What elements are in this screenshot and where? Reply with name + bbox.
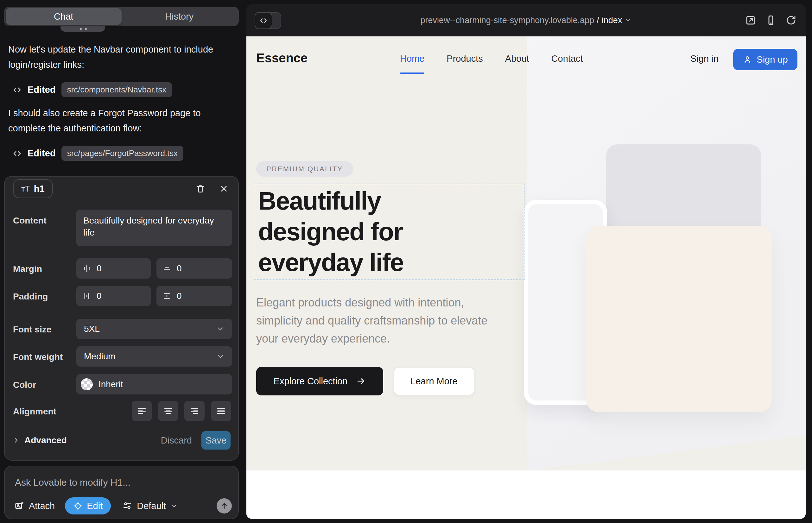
site-logo[interactable]: Essence [256,51,307,65]
align-center-button[interactable] [158,401,178,421]
code-icon [12,149,22,158]
lovable-sidebar: Chat History Now let's update the Navbar… [0,0,243,523]
url-bar[interactable]: preview--charming-site-symphony.lovable.… [246,4,806,36]
margin-label: Margin [13,264,42,274]
margin-horizontal-icon [82,264,91,273]
composer-input[interactable]: Ask Lovable to modify H1... [15,477,130,488]
padding-x-input[interactable]: 0 [76,286,151,306]
target-icon [73,501,83,511]
explore-collection-button[interactable]: Explore Collection [256,367,383,395]
align-justify-button[interactable] [211,401,231,421]
decor-card-cream [586,226,772,412]
font-size-select[interactable]: 5XL [76,319,232,339]
edited-label: Edited [28,148,56,159]
selected-element-tag: тT h1 [13,179,53,198]
model-default-select[interactable]: Default [122,501,178,511]
chevron-down-icon [216,325,225,333]
attach-button[interactable]: Attach [14,501,55,511]
typography-icon: тT [21,184,30,194]
chat-message: I should also create a Forgot Password p… [8,105,235,136]
open-external-icon[interactable] [745,15,756,26]
edited-file-row: Edited src/components/Navbar.tsx [12,82,172,97]
composer-toolbar: Attach Edit Default [14,497,232,515]
sliders-icon [122,501,133,511]
delete-element-button[interactable] [194,182,207,195]
padding-label: Padding [13,292,48,302]
refresh-icon[interactable] [785,15,797,26]
padding-vertical-icon [162,291,172,301]
url-separator: / [597,16,599,25]
browser-chrome: preview--charming-site-symphony.lovable.… [246,4,806,36]
align-left-button[interactable] [132,401,152,421]
chevron-down-icon [216,353,225,361]
edited-label: Edited [28,85,56,95]
padding-horizontal-icon [82,291,91,301]
color-select[interactable]: Inherit [76,374,232,395]
color-label: Color [13,380,36,390]
margin-y-input[interactable]: 0 [156,258,232,278]
chat-composer: Ask Lovable to modify H1... Attach Edit … [4,466,239,519]
close-editor-button[interactable] [217,182,230,195]
tab-chat[interactable]: Chat [6,8,122,25]
padding-y-input[interactable]: 0 [156,286,232,306]
preview-browser-window: preview--charming-site-symphony.lovable.… [246,4,806,519]
alignment-label: Alignment [13,407,56,417]
editor-footer: Advanced Discard Save [5,430,238,451]
nav-link-contact[interactable]: Contact [551,54,583,64]
margin-x-input[interactable]: 0 [76,258,151,278]
arrow-right-icon [356,376,366,386]
sign-in-link[interactable]: Sign in [690,54,719,64]
edited-file-chip[interactable]: src/components/Navbar.tsx [61,82,172,97]
discard-button[interactable]: Discard [161,435,192,446]
attach-image-icon [14,501,24,511]
mobile-preview-icon[interactable] [765,15,777,26]
chevron-down-icon [624,17,632,24]
code-view-toggle[interactable] [254,12,281,29]
content-input[interactable]: Beautifully designed for everyday life [76,210,232,246]
edit-mode-button[interactable]: Edit [65,497,111,515]
nav-link-about[interactable]: About [505,54,529,64]
premium-quality-badge: PREMIUM QUALITY [256,161,353,177]
url-domain: preview--charming-site-symphony.lovable.… [421,16,595,25]
scrolled-message-peek [60,26,105,32]
font-weight-select[interactable]: Medium [76,346,232,366]
save-button[interactable]: Save [201,431,231,450]
send-button[interactable] [217,498,232,513]
align-right-icon [189,406,199,416]
site-preview: Essence Home Products About Contact Sign… [246,36,806,519]
hero-paragraph: Elegant products designed with intention… [256,293,492,348]
element-editor-panel: тT h1 Content Beautifully designed for e… [4,176,239,461]
learn-more-button[interactable]: Learn More [394,367,474,395]
font-size-label: Font size [13,325,51,335]
hero-cta-row: Explore Collection Learn More [256,367,474,395]
url-page: index [602,16,622,25]
font-weight-label: Font weight [13,352,63,362]
chevron-down-icon [170,502,178,510]
tab-history[interactable]: History [122,8,237,25]
chat-history-tabs: Chat History [4,7,239,26]
content-label: Content [13,216,47,226]
chevron-right-icon [12,437,20,444]
next-section-background [246,470,806,519]
h1-selection-outline[interactable]: Beautifully designed for everyday life [254,184,525,280]
user-icon [743,55,752,64]
chat-message: Now let's update the Navbar component to… [8,42,235,72]
arrow-up-icon [220,502,228,510]
sign-up-button[interactable]: Sign up [733,49,797,70]
code-toggle-active-segment [254,12,272,29]
align-right-button[interactable] [184,401,205,421]
align-justify-icon [216,406,226,416]
nav-link-products[interactable]: Products [446,54,483,64]
code-icon [12,85,22,95]
nav-link-home[interactable]: Home [400,54,424,64]
align-left-icon [137,406,147,416]
trash-icon [195,184,206,194]
edited-file-chip[interactable]: src/pages/ForgotPassword.tsx [61,146,184,161]
hero-heading[interactable]: Beautifully designed for everyday life [258,185,474,278]
advanced-toggle[interactable]: Advanced [12,435,67,446]
close-icon [219,184,229,194]
element-tag-label: h1 [34,184,45,194]
browser-actions [745,15,797,26]
code-icon [259,16,268,25]
color-swatch-transparent [81,378,93,390]
